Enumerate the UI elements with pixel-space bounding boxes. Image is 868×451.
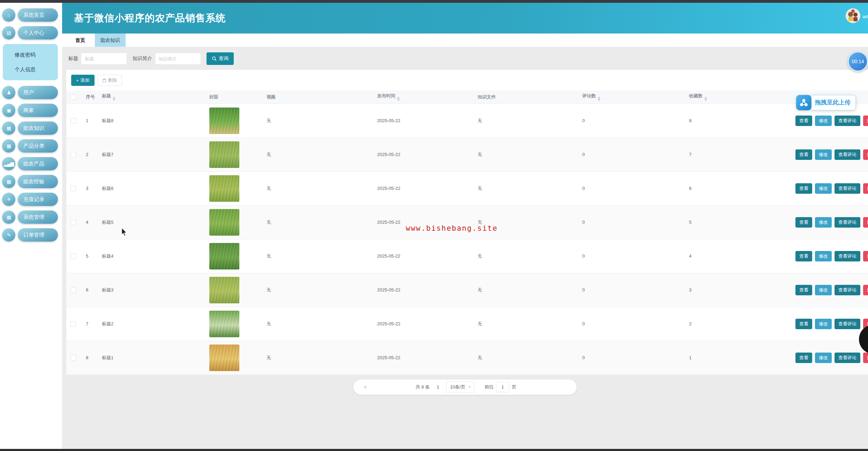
column-header-title[interactable]: 标题 xyxy=(98,90,205,104)
query-button[interactable]: 查询 xyxy=(207,52,234,65)
tab-bar: 首页助农知识 xyxy=(62,34,868,47)
row-action-查看评论[interactable]: 查看评论 xyxy=(835,353,860,363)
cover-image[interactable] xyxy=(209,108,239,134)
table-header-row: 序号标题封面视频发布时间知识文件评论数收藏数 xyxy=(66,90,868,104)
cell-comments: 0 xyxy=(578,138,685,171)
cell-date: 2025-05-22 xyxy=(373,205,473,239)
row-action-查看[interactable]: 查看 xyxy=(795,217,812,228)
pagination-page-1[interactable]: 1 xyxy=(435,384,441,390)
row-action-修改[interactable]: 修改 xyxy=(815,217,832,228)
row-action-删除[interactable]: 删除 xyxy=(863,353,868,363)
column-header-index: 序号 xyxy=(82,90,98,104)
row-action-删除[interactable]: 删除 xyxy=(863,217,868,228)
delete-button[interactable]: 删除 xyxy=(97,75,122,86)
goto-page-input[interactable] xyxy=(496,382,509,392)
submenu-item-个人信息[interactable]: 个人信息 xyxy=(3,62,58,77)
row-checkbox[interactable] xyxy=(70,220,76,225)
row-action-查看[interactable]: 查看 xyxy=(795,251,812,261)
user-icon: ♟ xyxy=(2,86,15,99)
row-action-修改[interactable]: 修改 xyxy=(815,285,832,295)
tab-首页[interactable]: 首页 xyxy=(70,34,91,47)
row-action-查看[interactable]: 查看 xyxy=(795,285,812,295)
upload-dropzone[interactable]: 拖拽至此上传 xyxy=(796,95,856,110)
page-size-select[interactable]: 10条/页 xyxy=(446,382,474,393)
cover-image[interactable] xyxy=(209,311,239,337)
row-checkbox[interactable] xyxy=(70,355,76,361)
sidebar-item-助农知识[interactable]: ▦ 助农知识 xyxy=(2,121,62,135)
table-row: 3标题6无2025-05-22无06查看修改查看评论删除 xyxy=(66,171,868,205)
row-action-查看评论[interactable]: 查看评论 xyxy=(835,285,860,295)
row-action-删除[interactable]: 删除 xyxy=(863,251,868,261)
row-checkbox[interactable] xyxy=(70,118,76,124)
cell-favorites: 6 xyxy=(685,171,791,205)
cover-image[interactable] xyxy=(209,277,239,303)
row-action-查看评论[interactable]: 查看评论 xyxy=(835,183,860,194)
row-action-查看评论[interactable]: 查看评论 xyxy=(835,251,860,261)
cell-cover xyxy=(205,273,262,307)
cover-image[interactable] xyxy=(209,175,239,202)
sidebar-item-助农经验[interactable]: ▦ 助农经验 xyxy=(2,175,62,188)
row-action-查看评论[interactable]: 查看评论 xyxy=(835,217,860,228)
row-action-查看[interactable]: 查看 xyxy=(795,183,812,194)
row-action-查看[interactable]: 查看 xyxy=(795,116,812,126)
row-action-修改[interactable]: 修改 xyxy=(815,116,832,126)
cell-date: 2025-05-22 xyxy=(373,341,473,375)
sidebar-item-个人中心[interactable]: ▤ 个人中心 xyxy=(2,26,62,39)
row-action-查看[interactable]: 查看 xyxy=(795,149,812,160)
cover-image[interactable] xyxy=(209,243,239,269)
select-all-checkbox[interactable] xyxy=(70,94,76,100)
row-checkbox[interactable] xyxy=(70,152,76,157)
row-action-修改[interactable]: 修改 xyxy=(815,149,832,160)
row-action-删除[interactable]: 删除 xyxy=(863,183,868,194)
sort-caret-icon[interactable] xyxy=(704,97,707,101)
row-action-修改[interactable]: 修改 xyxy=(815,319,832,329)
sidebar-item-充值记录[interactable]: ✈ 充值记录 xyxy=(2,193,62,206)
tab-助农知识[interactable]: 助农知识 xyxy=(95,34,126,47)
cover-image[interactable] xyxy=(209,141,239,168)
row-action-修改[interactable]: 修改 xyxy=(815,183,832,194)
row-action-查看[interactable]: 查看 xyxy=(795,353,812,363)
row-action-删除[interactable]: 删除 xyxy=(863,116,868,126)
submenu-item-修改密码[interactable]: 修改密码 xyxy=(3,47,58,62)
column-header-date[interactable]: 发布时间 xyxy=(373,90,473,104)
search-title-input[interactable] xyxy=(81,53,127,65)
row-action-删除[interactable]: 删除 xyxy=(863,149,868,160)
sort-caret-icon[interactable] xyxy=(598,97,600,101)
column-header-favorites[interactable]: 收藏数 xyxy=(685,90,791,104)
row-action-查看评论[interactable]: 查看评论 xyxy=(835,116,860,126)
row-action-查看[interactable]: 查看 xyxy=(795,319,812,329)
sidebar-item-订单管理[interactable]: ✎ 订单管理 xyxy=(2,228,62,242)
sidebar-item-产品分类[interactable]: ▦ 产品分类 xyxy=(2,139,62,153)
row-action-修改[interactable]: 修改 xyxy=(815,251,832,261)
plane-icon: ✈ xyxy=(2,193,15,206)
sidebar-item-商家[interactable]: ▣ 商家 xyxy=(2,104,62,117)
sidebar-item-系统首页[interactable]: ⌂ 系统首页 xyxy=(2,8,62,22)
sidebar-item-系统管理[interactable]: ▦ 系统管理 xyxy=(2,210,62,224)
row-actions: 查看修改查看评论删除 xyxy=(795,251,868,261)
row-checkbox[interactable] xyxy=(70,287,76,293)
avatar[interactable] xyxy=(846,8,860,23)
search-intro-input[interactable] xyxy=(155,53,201,65)
sidebar-item-用户[interactable]: ♟ 用户 xyxy=(2,86,62,99)
row-checkbox[interactable] xyxy=(70,253,76,259)
sidebar-item-助农产品[interactable]: ▂▄▆ 助农产品 xyxy=(2,157,62,170)
sidebar-menu: ⌂ 系统首页 ▤ 个人中心 修改密码个人信息 ♟ 用户 ▣ 商家 ▦ 助农知识 … xyxy=(0,8,62,242)
row-action-查看评论[interactable]: 查看评论 xyxy=(835,149,860,160)
table-row: 6标题3无2025-05-22无03查看修改查看评论删除 xyxy=(66,273,868,307)
row-action-修改[interactable]: 修改 xyxy=(815,353,832,363)
add-button[interactable]: + 添加 xyxy=(71,75,95,86)
cell-checkbox xyxy=(66,239,82,273)
row-action-查看评论[interactable]: 查看评论 xyxy=(835,319,860,329)
pagination-prev-button[interactable]: < xyxy=(364,384,367,390)
cover-image[interactable] xyxy=(209,345,239,371)
row-checkbox[interactable] xyxy=(70,321,76,327)
table-row: 5标题4无2025-05-22无04查看修改查看评论删除 xyxy=(66,239,868,273)
row-action-删除[interactable]: 删除 xyxy=(863,285,868,295)
sort-caret-icon[interactable] xyxy=(397,97,400,101)
recording-timer-badge[interactable]: 00:14 xyxy=(848,51,868,72)
column-header-comments[interactable]: 评论数 xyxy=(578,90,685,104)
cover-image[interactable] xyxy=(209,209,239,236)
sort-caret-icon[interactable] xyxy=(113,97,115,101)
row-checkbox[interactable] xyxy=(70,186,76,191)
cell-video: 无 xyxy=(262,104,373,138)
